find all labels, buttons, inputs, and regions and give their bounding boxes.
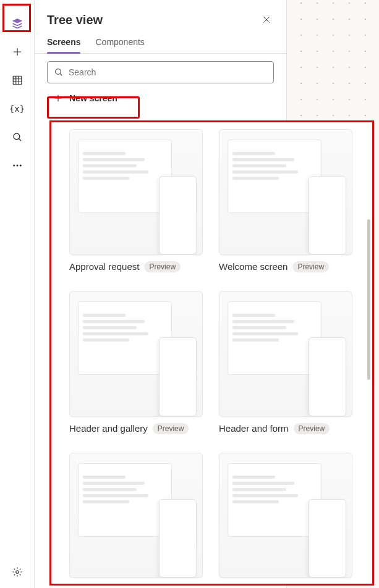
panel-tabs: Screens Components xyxy=(35,30,286,54)
preview-badge: Preview xyxy=(292,261,329,272)
template-thumbnail xyxy=(219,291,352,417)
template-approval-request[interactable]: Approval request Preview xyxy=(69,129,203,272)
template-label: Table and form xyxy=(219,585,280,586)
template-thumbnail xyxy=(69,291,203,417)
svg-point-5 xyxy=(15,571,19,574)
svg-point-3 xyxy=(16,165,17,166)
template-header-and-form[interactable]: Header and form Preview xyxy=(219,291,352,434)
tree-view-icon xyxy=(11,17,23,30)
new-screen-button[interactable]: New screen xyxy=(47,90,124,107)
template-header-and-table[interactable]: Header and table Preview xyxy=(69,453,203,586)
template-label: Header and table xyxy=(69,585,140,586)
tab-screens[interactable]: Screens xyxy=(47,37,80,53)
close-panel-button[interactable] xyxy=(257,10,276,30)
template-label: Approval request xyxy=(69,261,139,272)
template-gallery: Approval request Preview Welcome screen … xyxy=(69,129,352,586)
flyout-scrollbar[interactable] xyxy=(367,219,370,380)
template-thumbnail xyxy=(69,129,203,255)
tab-components[interactable]: Components xyxy=(95,37,144,53)
data-icon xyxy=(12,75,23,86)
rail-more-button[interactable] xyxy=(5,153,30,178)
template-label: Header and gallery xyxy=(69,423,148,434)
search-box[interactable] xyxy=(47,61,274,83)
preview-badge: Preview xyxy=(285,584,322,586)
search-icon xyxy=(12,132,23,143)
new-screen-label: New screen xyxy=(69,93,117,103)
search-icon xyxy=(54,67,64,77)
rail-variables-button[interactable]: {x} xyxy=(5,96,30,121)
variables-icon: {x} xyxy=(9,104,25,114)
template-label: Header and form xyxy=(219,423,289,434)
panel-title: Tree view xyxy=(47,13,257,27)
template-header-and-gallery[interactable]: Header and gallery Preview xyxy=(69,291,203,434)
settings-icon xyxy=(12,566,23,578)
rail-tree-view-button[interactable] xyxy=(5,11,30,36)
close-icon xyxy=(262,15,271,25)
template-welcome-screen[interactable]: Welcome screen Preview xyxy=(219,129,352,272)
svg-point-4 xyxy=(20,165,21,166)
rail-search-button[interactable] xyxy=(5,125,30,149)
template-thumbnail xyxy=(69,453,203,579)
rail-settings-button[interactable] xyxy=(5,560,30,584)
insert-icon xyxy=(12,46,23,57)
more-icon xyxy=(12,160,23,171)
template-thumbnail xyxy=(219,129,352,255)
template-table-and-form[interactable]: Table and form Preview xyxy=(219,453,352,586)
svg-rect-0 xyxy=(13,76,22,85)
preview-badge: Preview xyxy=(153,423,189,434)
new-screen-flyout: Approval request Preview Welcome screen … xyxy=(51,120,372,586)
preview-badge: Preview xyxy=(145,584,182,586)
plus-icon xyxy=(53,93,63,103)
rail-data-button[interactable] xyxy=(5,68,30,93)
preview-badge: Preview xyxy=(144,261,181,272)
rail-insert-button[interactable] xyxy=(5,40,30,64)
template-label: Welcome screen xyxy=(219,261,287,272)
left-rail: {x} xyxy=(0,0,35,588)
template-thumbnail xyxy=(219,453,352,579)
svg-point-2 xyxy=(13,165,14,166)
search-input[interactable] xyxy=(69,67,267,77)
preview-badge: Preview xyxy=(294,423,330,434)
